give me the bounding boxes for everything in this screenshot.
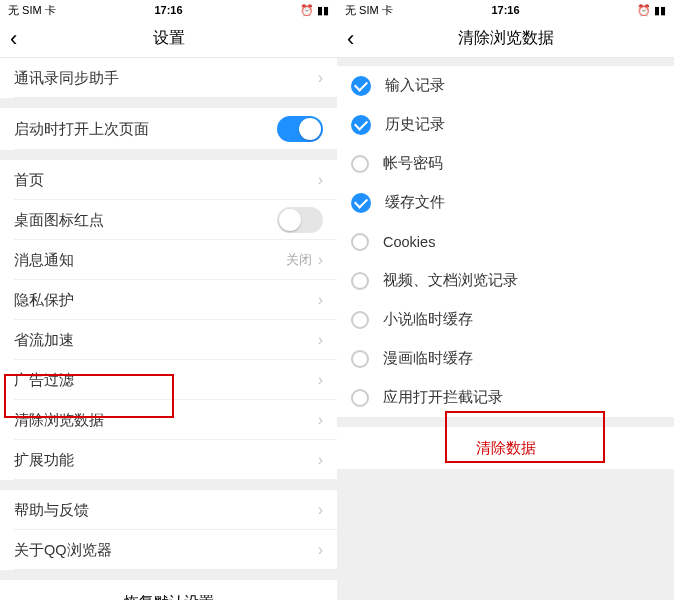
label: 关于QQ浏览器 — [14, 541, 318, 560]
label: 消息通知 — [14, 251, 286, 270]
label: 清除数据 — [476, 439, 536, 458]
page-title: 清除浏览数据 — [458, 28, 554, 49]
label: 历史记录 — [385, 115, 445, 134]
carrier: 无 SIM 卡 — [8, 3, 56, 18]
cell-clear-data[interactable]: 清除浏览数据 › — [0, 400, 337, 440]
option-history[interactable]: 历史记录 — [337, 105, 674, 144]
label: 清除浏览数据 — [14, 411, 318, 430]
label: 漫画临时缓存 — [383, 349, 473, 368]
label: 缓存文件 — [385, 193, 445, 212]
label: 扩展功能 — [14, 451, 318, 470]
label: 省流加速 — [14, 331, 318, 350]
back-icon[interactable]: ‹ — [347, 28, 354, 50]
cell-desktop-badge[interactable]: 桌面图标红点 — [0, 200, 337, 240]
label: 启动时打开上次页面 — [14, 120, 277, 139]
carrier: 无 SIM 卡 — [345, 3, 393, 18]
option-input-history[interactable]: 输入记录 — [337, 66, 674, 105]
cell-notifications[interactable]: 消息通知 关闭 › — [0, 240, 337, 280]
option-cookies[interactable]: Cookies — [337, 222, 674, 261]
checkbox-unchecked-icon — [351, 155, 369, 173]
nav-bar: ‹ 清除浏览数据 — [337, 20, 674, 58]
cell-extensions[interactable]: 扩展功能 › — [0, 440, 337, 480]
option-account-pw[interactable]: 帐号密码 — [337, 144, 674, 183]
toggle-desktop-badge[interactable] — [277, 207, 323, 233]
label: 首页 — [14, 171, 318, 190]
checkbox-unchecked-icon — [351, 389, 369, 407]
chevron-right-icon: › — [318, 69, 323, 87]
cell-reset[interactable]: 恢复默认设置 — [0, 580, 337, 600]
option-novel-cache[interactable]: 小说临时缓存 — [337, 300, 674, 339]
nav-bar: ‹ 设置 — [0, 20, 337, 58]
chevron-right-icon: › — [318, 411, 323, 429]
label: 输入记录 — [385, 76, 445, 95]
label: 小说临时缓存 — [383, 310, 473, 329]
cell-open-last-page[interactable]: 启动时打开上次页面 — [0, 108, 337, 150]
label: 隐私保护 — [14, 291, 318, 310]
chevron-right-icon: › — [318, 171, 323, 189]
chevron-right-icon: › — [318, 291, 323, 309]
checkbox-unchecked-icon — [351, 233, 369, 251]
label: 帐号密码 — [383, 154, 443, 173]
label: Cookies — [383, 234, 435, 250]
label: 视频、文档浏览记录 — [383, 271, 518, 290]
checkbox-unchecked-icon — [351, 272, 369, 290]
chevron-right-icon: › — [318, 451, 323, 469]
checkbox-checked-icon — [351, 193, 371, 213]
checkbox-unchecked-icon — [351, 311, 369, 329]
page-title: 设置 — [153, 28, 185, 49]
status-bar: 无 SIM 卡 17:16 ⏰ ▮▮ — [337, 0, 674, 20]
battery-icon: ⏰ ▮▮ — [637, 4, 666, 17]
cell-privacy[interactable]: 隐私保护 › — [0, 280, 337, 320]
label: 恢复默认设置 — [124, 593, 214, 601]
cell-adblock[interactable]: 广告过滤 › — [0, 360, 337, 400]
clear-data-screen: 无 SIM 卡 17:16 ⏰ ▮▮ ‹ 清除浏览数据 输入记录 历史记录 帐号… — [337, 0, 674, 600]
value: 关闭 — [286, 251, 312, 269]
checkbox-checked-icon — [351, 115, 371, 135]
label: 桌面图标红点 — [14, 211, 277, 230]
cell-about[interactable]: 关于QQ浏览器 › — [0, 530, 337, 570]
option-doc-history[interactable]: 视频、文档浏览记录 — [337, 261, 674, 300]
time: 17:16 — [154, 4, 182, 16]
label: 应用打开拦截记录 — [383, 388, 503, 407]
battery-icon: ⏰ ▮▮ — [300, 4, 329, 17]
label: 通讯录同步助手 — [14, 69, 318, 88]
checkbox-checked-icon — [351, 76, 371, 96]
cell-help[interactable]: 帮助与反馈 › — [0, 490, 337, 530]
chevron-right-icon: › — [318, 251, 323, 269]
toggle-open-last-page[interactable] — [277, 116, 323, 142]
time: 17:16 — [491, 4, 519, 16]
settings-screen: 无 SIM 卡 17:16 ⏰ ▮▮ ‹ 设置 通讯录同步助手 › 启动时打开上… — [0, 0, 337, 600]
status-bar: 无 SIM 卡 17:16 ⏰ ▮▮ — [0, 0, 337, 20]
chevron-right-icon: › — [318, 371, 323, 389]
cell-traffic[interactable]: 省流加速 › — [0, 320, 337, 360]
label: 广告过滤 — [14, 371, 318, 390]
option-comic-cache[interactable]: 漫画临时缓存 — [337, 339, 674, 378]
checkbox-unchecked-icon — [351, 350, 369, 368]
back-icon[interactable]: ‹ — [10, 28, 17, 50]
cell-contacts-sync[interactable]: 通讯录同步助手 › — [0, 58, 337, 98]
chevron-right-icon: › — [318, 331, 323, 349]
option-app-intercept[interactable]: 应用打开拦截记录 — [337, 378, 674, 417]
clear-data-button[interactable]: 清除数据 — [337, 427, 674, 469]
chevron-right-icon: › — [318, 501, 323, 519]
option-cache[interactable]: 缓存文件 — [337, 183, 674, 222]
label: 帮助与反馈 — [14, 501, 318, 520]
chevron-right-icon: › — [318, 541, 323, 559]
cell-home[interactable]: 首页 › — [0, 160, 337, 200]
